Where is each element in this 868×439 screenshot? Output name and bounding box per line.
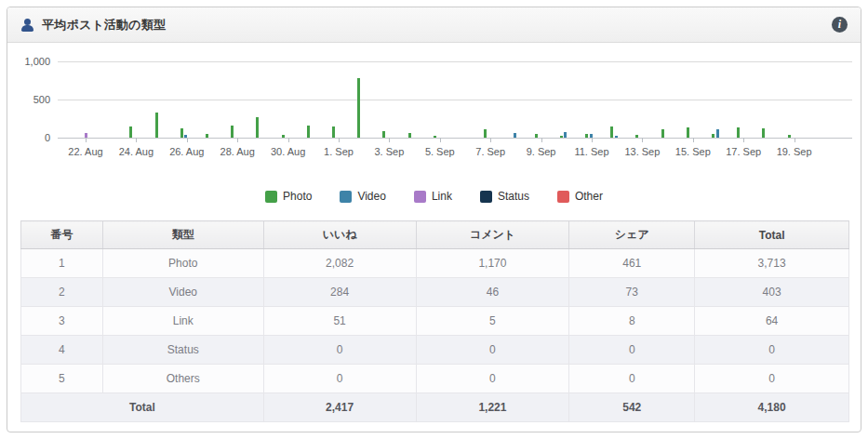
total-cell: 2,417 [263, 393, 416, 422]
total-cell: 542 [569, 393, 695, 422]
column-header: 類型 [102, 221, 263, 249]
legend-swatch-link [414, 191, 426, 203]
column-header: 番号 [21, 221, 103, 249]
x-axis-tick-label: 1. Sep [324, 146, 354, 157]
table-row: 4Status0000 [21, 336, 849, 365]
legend-item-photo[interactable]: Photo [265, 190, 312, 203]
photo-bar[interactable] [560, 136, 563, 138]
photo-bar[interactable] [307, 126, 310, 138]
x-axis-tick [541, 138, 542, 142]
x-axis-tick [288, 138, 289, 142]
video-bar[interactable] [184, 135, 187, 138]
photo-bar[interactable] [737, 127, 740, 138]
table-cell: 0 [569, 336, 695, 365]
user-icon [20, 19, 34, 32]
x-axis-tick-label: 19. Sep [777, 146, 812, 157]
total-cell: 4,180 [695, 393, 849, 422]
x-axis-tick [339, 138, 340, 142]
photo-bar[interactable] [535, 134, 538, 138]
photo-bar[interactable] [484, 129, 487, 138]
photo-bar[interactable] [585, 134, 588, 138]
table-cell: 64 [695, 307, 849, 336]
chart-legend: PhotoVideoLinkStatusOther [7, 190, 861, 203]
photo-bar[interactable] [256, 117, 259, 138]
x-axis-tick [795, 138, 795, 142]
table-cell: 8 [569, 307, 695, 336]
photo-bar[interactable] [610, 126, 613, 138]
table-cell: 2 [21, 278, 103, 307]
x-axis-tick-label: 3. Sep [374, 146, 404, 157]
x-axis-tick-label: 17. Sep [726, 146, 761, 157]
photo-bar[interactable] [712, 134, 714, 138]
legend-label: Other [575, 190, 603, 203]
table-cell: 3,713 [695, 249, 849, 278]
photo-bar[interactable] [788, 135, 791, 138]
table-cell: Photo [102, 249, 263, 278]
photo-bar[interactable] [661, 129, 664, 138]
x-axis-tick [237, 138, 238, 142]
video-bar[interactable] [590, 134, 593, 138]
table-row: 5Others0000 [21, 365, 849, 393]
photo-bar[interactable] [434, 136, 436, 138]
info-icon[interactable]: i [832, 17, 848, 33]
x-axis-tick-label: 11. Sep [574, 146, 608, 157]
photo-bar[interactable] [687, 127, 689, 138]
y-axis-tick-label: 0 [7, 132, 50, 143]
photo-bar[interactable] [762, 128, 765, 138]
photo-bar[interactable] [382, 131, 385, 138]
table-cell: Others [102, 365, 263, 393]
table-cell: Status [102, 336, 263, 365]
x-axis-tick [592, 138, 593, 142]
legend-swatch-other [557, 191, 569, 203]
x-axis-tick-label: 24. Aug [119, 146, 154, 157]
table-cell: 46 [416, 278, 569, 307]
table-cell: 0 [263, 365, 416, 393]
total-cell: 1,221 [416, 393, 569, 422]
table-cell: 284 [263, 278, 416, 307]
legend-label: Status [498, 190, 529, 203]
legend-item-link[interactable]: Link [414, 190, 452, 203]
x-axis-tick [187, 138, 188, 142]
photo-bar[interactable] [357, 78, 360, 138]
widget-title: 平均ポスト活動の類型 [42, 17, 166, 33]
video-bar[interactable] [564, 132, 567, 138]
table-cell: 0 [416, 365, 569, 393]
table-row: 3Link515864 [21, 307, 849, 336]
table-cell: 0 [695, 336, 849, 365]
photo-bar[interactable] [231, 126, 234, 138]
photo-bar[interactable] [155, 113, 158, 138]
column-header: Total [695, 221, 849, 249]
photo-bar[interactable] [180, 128, 183, 138]
x-axis-tick-label: 26. Aug [169, 146, 204, 157]
x-axis-tick [440, 138, 441, 142]
legend-item-other[interactable]: Other [557, 190, 603, 203]
legend-swatch-photo [265, 191, 277, 203]
photo-bar[interactable] [635, 135, 638, 138]
photo-bar[interactable] [408, 133, 411, 138]
link-bar[interactable] [85, 133, 87, 138]
x-axis-line [58, 138, 852, 139]
photo-bar[interactable] [129, 126, 132, 138]
table-cell: 5 [416, 307, 569, 336]
column-header: シェア [569, 221, 695, 249]
photo-bar[interactable] [332, 126, 335, 138]
video-bar[interactable] [615, 136, 618, 138]
table-header-row: 番号類型いいねコメントシェアTotal [21, 221, 849, 249]
x-axis-tick-label: 28. Aug [220, 146, 255, 157]
table-row: 2Video2844673403 [21, 278, 849, 307]
photo-bar[interactable] [282, 135, 285, 138]
table-cell: Video [102, 278, 263, 307]
video-bar[interactable] [514, 133, 516, 138]
legend-item-status[interactable]: Status [480, 190, 529, 203]
video-bar[interactable] [716, 129, 719, 138]
table-cell: 0 [695, 365, 849, 393]
photo-bar[interactable] [206, 134, 208, 138]
table-cell: 2,082 [263, 249, 416, 278]
x-axis-tick [743, 138, 744, 142]
legend-item-video[interactable]: Video [340, 190, 385, 203]
table-cell: 1 [21, 249, 103, 278]
table-cell: 51 [263, 307, 416, 336]
table-cell: 461 [569, 249, 695, 278]
x-axis-tick-label: 5. Sep [425, 146, 455, 157]
post-activity-chart: 05001,00022. Aug24. Aug26. Aug28. Aug30.… [7, 47, 861, 182]
